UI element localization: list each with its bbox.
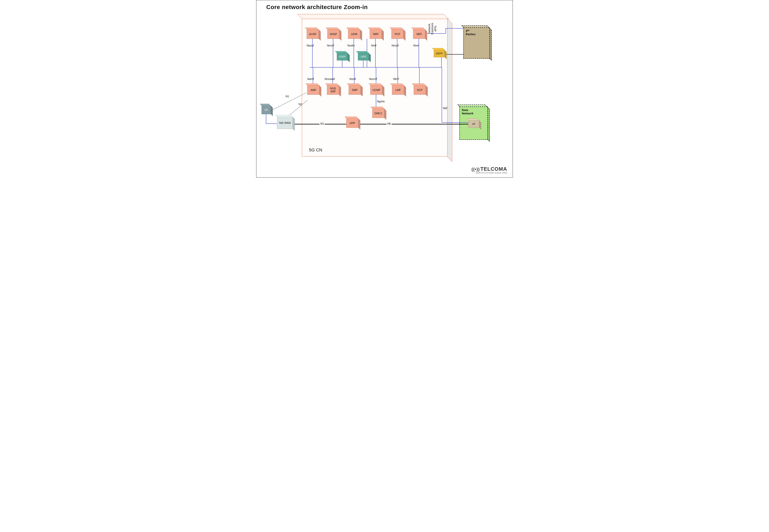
line-nssaaf: [333, 67, 333, 85]
iface-ngmic: Ngmic: [377, 100, 385, 103]
gmlc-label: GMLC: [374, 112, 382, 115]
line-naf-h: [442, 122, 468, 123]
iface-nnssf2: Nnssf: [392, 44, 399, 47]
iface-nnrf: Nnrf: [371, 44, 376, 47]
parties-title: 3ʳᵈ Parties: [466, 29, 475, 36]
logo-waves-icon: ((•)): [471, 167, 480, 172]
service-bus: [310, 67, 442, 68]
line-nssf: [333, 39, 333, 67]
nf-nef: NEF: [413, 29, 425, 39]
line-ausf: [312, 39, 313, 67]
pcf-label: PCF: [395, 33, 400, 36]
udr-label: UDR: [361, 55, 366, 58]
brand-logo: ((•))TELCOMA CERTIFICATIONS SINCE 2009: [471, 166, 507, 174]
line-scp: [419, 67, 420, 85]
nf-nssf: NSSF: [327, 29, 340, 39]
label-exposure: Network Exposure APIs: [428, 23, 437, 34]
line-lmf: [397, 67, 398, 85]
line-naf-v: [442, 67, 442, 122]
ext-third-parties: 3ʳᵈ Parties: [463, 27, 490, 59]
nssf-label: NSSF: [330, 33, 337, 36]
nef-label: NEF: [416, 33, 422, 36]
nf-af: AF: [468, 120, 479, 128]
ucmf-label: UCMF: [372, 89, 380, 92]
ue-label: UE: [265, 108, 268, 111]
nf-ausf: AUSF: [307, 29, 319, 39]
iface-namf: Namf: [307, 77, 314, 81]
nrf-label: NRF: [373, 33, 379, 36]
dn-title: Data Network: [462, 108, 473, 115]
nf-smf: SMF: [349, 85, 361, 95]
line-udsf: [342, 60, 342, 67]
logo-brand: TELCOMA: [480, 166, 507, 172]
amf-label: AMF: [310, 89, 316, 92]
nf-lmf: LMF: [392, 85, 404, 95]
line-smf: [354, 67, 355, 85]
page-title: Core network architecture Zoom-in: [266, 4, 368, 10]
label-n3: N3: [320, 122, 325, 125]
nf-udsf: UDSF: [337, 53, 348, 60]
line-ucmf: [376, 67, 376, 85]
iface-nnssf: Nnssf: [327, 44, 334, 47]
iface-nlmf: Nlmf: [393, 77, 399, 81]
nf-udr: UDR: [358, 53, 369, 60]
line-ue-right: [266, 123, 277, 124]
nf-sepp: SEPP: [434, 50, 445, 57]
nf-amf: AMF: [307, 85, 320, 95]
nf-pcf: PCF: [391, 29, 404, 39]
line-amf: [313, 67, 313, 85]
udm-label: UDM: [351, 33, 357, 36]
label-n1: N1: [286, 95, 289, 98]
line-udr: [363, 60, 363, 67]
line-nef: [419, 39, 419, 67]
nf-ucmf: UCMF: [370, 85, 383, 95]
nf-gmlc: GMLC: [372, 108, 384, 118]
iface-nudm: Nudm: [347, 44, 355, 47]
nf-upf: UPF: [346, 118, 359, 128]
sepp-label: SEPP: [436, 52, 443, 55]
nf-nrf: NRF: [370, 29, 382, 39]
line-sepp-parties: [445, 54, 463, 55]
upf-label: UPF: [350, 122, 355, 125]
nf-udm: UDM: [348, 29, 360, 39]
node-ngran: NG RAN: [277, 117, 293, 129]
iface-nnef: Nnef: [413, 44, 419, 47]
ausf-label: AUSF: [309, 33, 316, 36]
container-label: 5G CN: [309, 147, 322, 153]
nf-scp: SCP: [414, 85, 426, 95]
logo-tagline: CERTIFICATIONS SINCE 2009: [471, 172, 507, 174]
line-gmlc: [376, 95, 376, 108]
label-n6: N6: [386, 122, 392, 125]
smf-label: SMF: [352, 89, 358, 92]
line-sepp-bus: [441, 57, 442, 67]
line-pcf: [397, 39, 397, 67]
udsf-label: UDSF: [339, 55, 346, 58]
line-nef-up: [446, 28, 446, 33]
nssaaf-label: NSS AAF: [330, 87, 336, 93]
line-ue-down: [266, 114, 266, 123]
nf-nssaaf: NSS AAF: [327, 85, 339, 95]
label-n2: N2: [299, 103, 302, 106]
iface-nsmf: Nsmf: [349, 77, 356, 81]
iface-nausf: Nausf: [307, 44, 314, 47]
af-label: AF: [472, 123, 475, 125]
lmf-label: LMF: [395, 89, 401, 92]
ngran-label: NG RAN: [279, 121, 291, 124]
iface-naf: Naf: [443, 107, 447, 110]
device-ue: UE: [262, 106, 271, 114]
iface-nucmf: Nucmf: [369, 77, 377, 81]
line-nef-parties: [446, 28, 463, 29]
diagram-page: Core network architecture Zoom-in 5G CN …: [256, 0, 513, 178]
line-nrf: [375, 39, 376, 67]
line-n6: [359, 124, 468, 124]
iface-nnssaaf: Nnssaaf: [325, 77, 335, 81]
line-udm: [354, 39, 354, 67]
scp-label: SCP: [417, 89, 423, 92]
